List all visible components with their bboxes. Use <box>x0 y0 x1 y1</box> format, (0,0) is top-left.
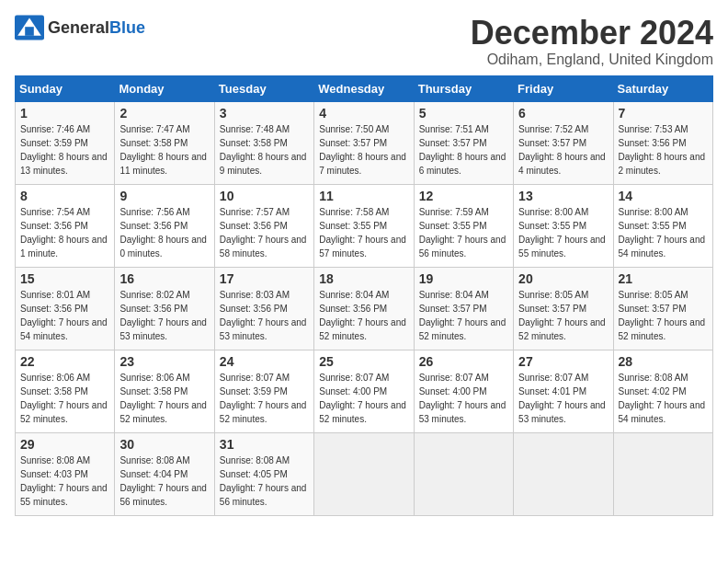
day-info: Sunrise: 8:02 AMSunset: 3:56 PMDaylight:… <box>119 288 209 343</box>
calendar-day-cell <box>613 432 712 515</box>
calendar-week-row: 22Sunrise: 8:06 AMSunset: 3:58 PMDayligh… <box>16 350 713 432</box>
day-number: 2 <box>119 106 209 121</box>
day-number: 4 <box>319 106 408 121</box>
calendar-day-cell <box>314 432 414 515</box>
calendar-day-cell: 23Sunrise: 8:06 AMSunset: 3:58 PMDayligh… <box>115 350 214 432</box>
day-of-week-header: Saturday <box>613 75 712 101</box>
location-title: Odiham, England, United Kingdom <box>471 52 713 68</box>
day-of-week-header: Thursday <box>414 75 513 101</box>
day-number: 1 <box>20 106 109 121</box>
day-number: 21 <box>619 271 708 286</box>
day-info: Sunrise: 8:03 AMSunset: 3:56 PMDaylight:… <box>220 288 309 343</box>
calendar-day-cell: 21Sunrise: 8:05 AMSunset: 3:57 PMDayligh… <box>613 267 712 350</box>
calendar-day-cell: 6Sunrise: 7:52 AMSunset: 3:57 PMDaylight… <box>514 101 613 184</box>
day-info: Sunrise: 8:05 AMSunset: 3:57 PMDaylight:… <box>518 288 608 343</box>
day-number: 31 <box>220 437 309 452</box>
calendar-day-cell: 26Sunrise: 8:07 AMSunset: 4:00 PMDayligh… <box>414 350 513 432</box>
calendar-day-cell: 25Sunrise: 8:07 AMSunset: 4:00 PMDayligh… <box>314 350 414 432</box>
day-number: 25 <box>319 354 408 369</box>
calendar-day-cell: 12Sunrise: 7:59 AMSunset: 3:55 PMDayligh… <box>414 184 513 267</box>
logo-icon <box>15 15 44 40</box>
day-number: 15 <box>20 271 109 286</box>
page-header: GeneralBlue December 2024 Odiham, Englan… <box>15 15 713 68</box>
calendar-day-cell: 10Sunrise: 7:57 AMSunset: 3:56 PMDayligh… <box>214 184 313 267</box>
day-info: Sunrise: 8:08 AMSunset: 4:04 PMDaylight:… <box>119 454 209 509</box>
day-number: 3 <box>220 106 309 121</box>
day-number: 27 <box>518 354 608 369</box>
calendar-week-row: 15Sunrise: 8:01 AMSunset: 3:56 PMDayligh… <box>16 267 713 350</box>
day-info: Sunrise: 8:00 AMSunset: 3:55 PMDaylight:… <box>518 205 608 260</box>
calendar-table: SundayMondayTuesdayWednesdayThursdayFrid… <box>15 75 713 516</box>
calendar-day-cell: 3Sunrise: 7:48 AMSunset: 3:58 PMDaylight… <box>214 101 313 184</box>
day-number: 14 <box>619 189 708 203</box>
calendar-day-cell: 30Sunrise: 8:08 AMSunset: 4:04 PMDayligh… <box>115 432 214 515</box>
day-number: 29 <box>20 437 109 452</box>
day-of-week-header: Sunday <box>16 75 115 101</box>
day-info: Sunrise: 8:05 AMSunset: 3:57 PMDaylight:… <box>619 288 708 343</box>
day-info: Sunrise: 7:54 AMSunset: 3:56 PMDaylight:… <box>20 205 109 260</box>
month-title: December 2024 <box>471 15 713 52</box>
calendar-week-row: 29Sunrise: 8:08 AMSunset: 4:03 PMDayligh… <box>16 432 713 515</box>
calendar-day-cell: 18Sunrise: 8:04 AMSunset: 3:56 PMDayligh… <box>314 267 414 350</box>
day-info: Sunrise: 8:07 AMSunset: 4:00 PMDaylight:… <box>319 371 408 426</box>
calendar-day-cell: 11Sunrise: 7:58 AMSunset: 3:55 PMDayligh… <box>314 184 414 267</box>
logo-general-text: General <box>48 18 109 37</box>
day-info: Sunrise: 7:50 AMSunset: 3:57 PMDaylight:… <box>319 122 408 178</box>
day-of-week-header: Monday <box>115 75 214 101</box>
day-number: 19 <box>419 271 508 286</box>
day-number: 13 <box>518 189 608 203</box>
day-info: Sunrise: 8:08 AMSunset: 4:03 PMDaylight:… <box>20 454 109 509</box>
day-info: Sunrise: 8:00 AMSunset: 3:55 PMDaylight:… <box>619 205 708 260</box>
day-number: 20 <box>518 271 608 286</box>
calendar-day-cell: 4Sunrise: 7:50 AMSunset: 3:57 PMDaylight… <box>314 101 414 184</box>
calendar-day-cell: 27Sunrise: 8:07 AMSunset: 4:01 PMDayligh… <box>514 350 613 432</box>
day-info: Sunrise: 7:59 AMSunset: 3:55 PMDaylight:… <box>419 205 508 260</box>
calendar-week-row: 1Sunrise: 7:46 AMSunset: 3:59 PMDaylight… <box>16 101 713 184</box>
calendar-week-row: 8Sunrise: 7:54 AMSunset: 3:56 PMDaylight… <box>16 184 713 267</box>
calendar-day-cell: 2Sunrise: 7:47 AMSunset: 3:58 PMDaylight… <box>115 101 214 184</box>
day-info: Sunrise: 7:53 AMSunset: 3:56 PMDaylight:… <box>619 122 708 178</box>
day-number: 5 <box>419 106 508 121</box>
calendar-day-cell: 31Sunrise: 8:08 AMSunset: 4:05 PMDayligh… <box>214 432 313 515</box>
day-number: 6 <box>518 106 608 121</box>
calendar-day-cell: 13Sunrise: 8:00 AMSunset: 3:55 PMDayligh… <box>514 184 613 267</box>
day-of-week-header: Wednesday <box>314 75 414 101</box>
calendar-day-cell: 1Sunrise: 7:46 AMSunset: 3:59 PMDaylight… <box>16 101 115 184</box>
calendar-day-cell: 5Sunrise: 7:51 AMSunset: 3:57 PMDaylight… <box>414 101 513 184</box>
calendar-body: 1Sunrise: 7:46 AMSunset: 3:59 PMDaylight… <box>16 101 713 515</box>
day-info: Sunrise: 8:07 AMSunset: 3:59 PMDaylight:… <box>220 371 309 426</box>
calendar-day-cell: 19Sunrise: 8:04 AMSunset: 3:57 PMDayligh… <box>414 267 513 350</box>
calendar-day-cell: 24Sunrise: 8:07 AMSunset: 3:59 PMDayligh… <box>214 350 313 432</box>
day-info: Sunrise: 8:06 AMSunset: 3:58 PMDaylight:… <box>20 371 109 426</box>
calendar-day-cell: 28Sunrise: 8:08 AMSunset: 4:02 PMDayligh… <box>613 350 712 432</box>
calendar-day-cell: 16Sunrise: 8:02 AMSunset: 3:56 PMDayligh… <box>115 267 214 350</box>
svg-rect-2 <box>25 27 34 36</box>
day-number: 28 <box>619 354 708 369</box>
calendar-header-row: SundayMondayTuesdayWednesdayThursdayFrid… <box>16 75 713 101</box>
day-info: Sunrise: 8:04 AMSunset: 3:56 PMDaylight:… <box>319 288 408 343</box>
calendar-day-cell: 17Sunrise: 8:03 AMSunset: 3:56 PMDayligh… <box>214 267 313 350</box>
day-info: Sunrise: 8:08 AMSunset: 4:02 PMDaylight:… <box>619 371 708 426</box>
day-info: Sunrise: 7:51 AMSunset: 3:57 PMDaylight:… <box>419 122 508 178</box>
day-number: 18 <box>319 271 408 286</box>
day-of-week-header: Friday <box>514 75 613 101</box>
day-number: 9 <box>119 189 209 203</box>
day-number: 24 <box>220 354 309 369</box>
calendar-day-cell: 7Sunrise: 7:53 AMSunset: 3:56 PMDaylight… <box>613 101 712 184</box>
day-info: Sunrise: 7:46 AMSunset: 3:59 PMDaylight:… <box>20 122 109 178</box>
day-number: 8 <box>20 189 109 203</box>
day-info: Sunrise: 7:48 AMSunset: 3:58 PMDaylight:… <box>220 122 309 178</box>
logo-blue-text: Blue <box>109 18 145 37</box>
day-info: Sunrise: 8:01 AMSunset: 3:56 PMDaylight:… <box>20 288 109 343</box>
day-number: 10 <box>220 189 309 203</box>
day-number: 12 <box>419 189 508 203</box>
day-number: 17 <box>220 271 309 286</box>
calendar-day-cell: 9Sunrise: 7:56 AMSunset: 3:56 PMDaylight… <box>115 184 214 267</box>
day-number: 22 <box>20 354 109 369</box>
day-info: Sunrise: 8:08 AMSunset: 4:05 PMDaylight:… <box>220 454 309 509</box>
calendar-day-cell: 22Sunrise: 8:06 AMSunset: 3:58 PMDayligh… <box>16 350 115 432</box>
day-number: 16 <box>119 271 209 286</box>
day-number: 11 <box>319 189 408 203</box>
day-info: Sunrise: 7:47 AMSunset: 3:58 PMDaylight:… <box>119 122 209 178</box>
day-info: Sunrise: 8:04 AMSunset: 3:57 PMDaylight:… <box>419 288 508 343</box>
